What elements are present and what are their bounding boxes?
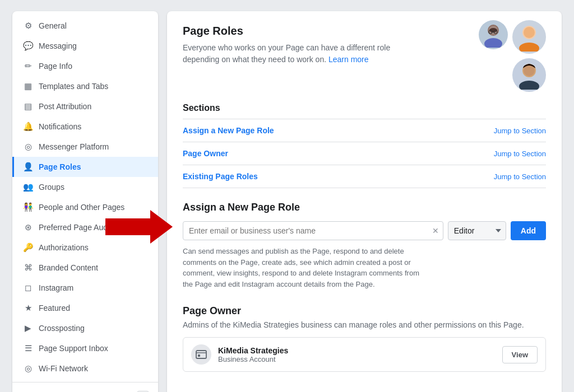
owner-type: Business Account — [218, 355, 496, 363]
svg-rect-14 — [196, 351, 206, 358]
owner-card: KiMedia Strategies Business Account View — [183, 337, 546, 372]
sidebar-item-wi-fi-network[interactable]: ◎ Wi-Fi Network — [12, 358, 158, 379]
sidebar-label-instagram: Instagram — [39, 283, 73, 292]
assign-section: Assign a New Page Role ✕ EditorAdminMode… — [183, 202, 546, 290]
page-owner-description: Admins of the KiMedia Strategies busines… — [183, 320, 546, 329]
general-icon: ⚙ — [23, 21, 33, 31]
sidebar-item-messaging[interactable]: 💬 Messaging — [12, 36, 158, 56]
page-roles-icon: 👤 — [23, 162, 33, 172]
sidebar-label-page-support-inbox: Page Support Inbox — [39, 344, 108, 353]
owner-icon — [191, 344, 211, 365]
page-title: Page Roles — [183, 25, 418, 38]
main-content: Page Roles Everyone who works on your Pa… — [167, 11, 562, 392]
sections-title: Sections — [183, 103, 546, 113]
wi-fi-network-icon: ◎ — [23, 363, 33, 374]
page-info-icon: ✏ — [23, 61, 33, 71]
sidebar-item-notifications[interactable]: 🔔 Notifications — [12, 116, 158, 137]
assign-input-row: ✕ EditorAdminModeratorAdvertiserAnalyst … — [183, 221, 546, 240]
sections-list: Assign a New Page Role Jump to Section P… — [183, 119, 546, 188]
page-container: ⚙ General 💬 Messaging ✏ Page Info ▦ Temp… — [12, 11, 562, 392]
section-row-1: Page Owner Jump to Section — [183, 142, 546, 165]
page-support-inbox-icon: ☰ — [23, 343, 33, 353]
page-owner-title: Page Owner — [183, 305, 546, 317]
assign-email-input[interactable] — [183, 221, 443, 240]
page-roles-text: Page Roles Everyone who works on your Pa… — [183, 25, 418, 66]
svg-point-10 — [524, 27, 535, 38]
page-description: Everyone who works on your Page can have… — [183, 42, 418, 66]
sidebar-label-authorizations: Authorizations — [39, 243, 89, 252]
sections-area: Sections Assign a New Page Role Jump to … — [183, 103, 546, 188]
jump-link-1[interactable]: Jump to Section — [494, 150, 546, 158]
sidebar-item-general[interactable]: ⚙ General — [12, 16, 158, 36]
learn-more-link[interactable]: Learn more — [328, 55, 369, 64]
section-row-0: Assign a New Page Role Jump to Section — [183, 119, 546, 142]
sidebar-item-branded-content[interactable]: ⌘ Branded Content — [12, 258, 158, 278]
sidebar-label-branded-content: Branded Content — [39, 263, 98, 272]
sidebar-label-messaging: Messaging — [39, 41, 77, 50]
assign-input-wrapper: ✕ — [183, 221, 443, 240]
crossposting-icon: ▶ — [23, 323, 33, 333]
sidebar-divider — [12, 382, 158, 382]
sidebar-item-featured[interactable]: ★ Featured — [12, 298, 158, 318]
jump-link-2[interactable]: Jump to Section — [494, 172, 546, 181]
sidebar-item-page-roles[interactable]: 👤 Page Roles — [12, 157, 158, 177]
sidebar-label-page-roles: Page Roles — [39, 162, 81, 171]
section-link-2[interactable]: Existing Page Roles — [183, 172, 258, 181]
red-arrow-annotation — [105, 210, 173, 245]
svg-point-9 — [519, 43, 539, 52]
sidebar-item-templates-tabs[interactable]: ▦ Templates and Tabs — [12, 76, 158, 96]
instagram-icon: ◻ — [23, 283, 33, 293]
avatar-1 — [512, 20, 546, 54]
svg-point-12 — [519, 81, 539, 90]
sidebar-item-page-support-inbox[interactable]: ☰ Page Support Inbox — [12, 338, 158, 358]
sidebar-label-crossposting: Crossposting — [39, 324, 85, 333]
preferred-page-audiences-icon: ⊛ — [23, 222, 33, 232]
post-attribution-icon: ▤ — [23, 101, 33, 111]
section-link-1[interactable]: Page Owner — [183, 149, 228, 158]
section-row-2: Existing Page Roles Jump to Section — [183, 165, 546, 188]
sidebar-label-featured: Featured — [39, 304, 70, 312]
notifications-icon: 🔔 — [23, 122, 33, 132]
sidebar-label-notifications: Notifications — [39, 122, 81, 131]
jump-link-0[interactable]: Jump to Section — [494, 127, 546, 135]
sidebar-item-page-info[interactable]: ✏ Page Info — [12, 56, 158, 76]
owner-name: KiMedia Strategies — [218, 346, 496, 355]
svg-rect-15 — [198, 354, 200, 357]
assign-description: Can send messages and publish as the Pag… — [183, 246, 429, 290]
view-button[interactable]: View — [502, 346, 538, 363]
branded-content-icon: ⌘ — [23, 263, 33, 273]
section-link-0[interactable]: Assign a New Page Role — [183, 126, 274, 135]
page-owner-section: Page Owner Admins of the KiMedia Strateg… — [183, 305, 546, 372]
input-clear-icon[interactable]: ✕ — [432, 226, 439, 235]
owner-info: KiMedia Strategies Business Account — [218, 346, 496, 363]
sidebar-item-messenger-platform[interactable]: ◎ Messenger Platform — [12, 137, 158, 157]
svg-marker-0 — [105, 210, 173, 244]
assign-title: Assign a New Page Role — [183, 202, 546, 213]
sidebar-label-post-attribution: Post Attribution — [39, 102, 91, 111]
role-select[interactable]: EditorAdminModeratorAdvertiserAnalyst — [448, 221, 506, 240]
groups-icon: 👥 — [23, 182, 33, 192]
avatar-2 — [479, 20, 508, 49]
avatars-illustration — [479, 20, 546, 92]
sidebar-item-post-attribution[interactable]: ▤ Post Attribution — [12, 96, 158, 116]
sidebar-item-groups[interactable]: 👥 Groups — [12, 177, 158, 197]
featured-icon: ★ — [23, 303, 33, 313]
sidebar-item-instagram[interactable]: ◻ Instagram — [12, 278, 158, 298]
people-other-pages-icon: 👫 — [23, 202, 33, 212]
sidebar-label-templates-tabs: Templates and Tabs — [39, 82, 108, 91]
avatar-3 — [512, 58, 546, 92]
sidebar-label-messenger-platform: Messenger Platform — [39, 142, 109, 151]
sidebar-label-wi-fi-network: Wi-Fi Network — [39, 364, 88, 373]
messenger-platform-icon: ◎ — [23, 142, 33, 152]
page-roles-header: Page Roles Everyone who works on your Pa… — [183, 25, 546, 92]
messaging-icon: 💬 — [23, 41, 33, 51]
sidebar-label-general: General — [39, 21, 67, 30]
authorizations-icon: 🔑 — [23, 242, 33, 253]
templates-tabs-icon: ▦ — [23, 81, 33, 91]
svg-point-2 — [484, 38, 502, 48]
sidebar-label-groups: Groups — [39, 183, 64, 192]
sidebar: ⚙ General 💬 Messaging ✏ Page Info ▦ Temp… — [12, 11, 158, 392]
sidebar-item-activity-log[interactable]: ≡ Activity Log → — [12, 386, 158, 392]
add-role-button[interactable]: Add — [511, 221, 546, 240]
sidebar-item-crossposting[interactable]: ▶ Crossposting — [12, 318, 158, 338]
